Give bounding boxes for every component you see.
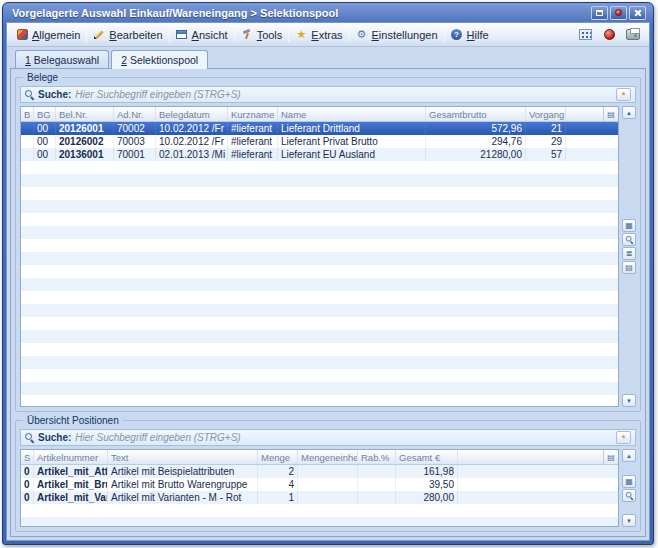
group-label: Belege — [23, 72, 62, 83]
menu-bearbeiten[interactable]: Bearbeiten — [88, 27, 167, 43]
cell-rabatt — [358, 465, 396, 478]
record-icon — [604, 29, 615, 40]
menu-ansicht[interactable]: Ansicht — [171, 27, 233, 43]
window-title: Vorgelagerte Auswahl Einkauf/Wareneingan… — [12, 7, 338, 19]
down-arrow-icon: ▼ — [626, 518, 632, 524]
grid-view-button[interactable]: ▦ — [622, 475, 636, 488]
tab-selektionspool[interactable]: 2 Selektionspool — [111, 50, 208, 69]
cell-name: Lieferant Privat Brutto — [278, 135, 426, 148]
belege-search-input[interactable] — [75, 89, 612, 100]
list-view-button[interactable]: ≣ — [622, 247, 636, 260]
cell-text: Artikel mit Brutto Warengruppe — [108, 478, 258, 491]
scrollbar-track[interactable] — [622, 275, 636, 393]
column-header-kurzname[interactable]: Kurzname — [228, 107, 278, 121]
asterisk-icon: * — [622, 433, 626, 443]
cell-gesamtbrutto: 21280,00 — [426, 148, 526, 161]
cell-adnr: 70003 — [114, 135, 156, 148]
search-label: Suche: — [38, 89, 71, 100]
scrollbar-track[interactable] — [622, 463, 636, 474]
column-header-s[interactable]: S — [21, 450, 34, 464]
cell-belnr: 20126001 — [56, 122, 114, 135]
tab-belegauswahl[interactable]: 1 Belegauswahl — [15, 50, 109, 68]
menu-extras[interactable]: ★ Extras — [290, 27, 347, 43]
cell-text: Artikel mit Varianten - M - Rot — [108, 491, 258, 504]
column-header-belnr[interactable]: Bel.Nr. — [56, 107, 114, 121]
menu-einstellungen[interactable]: ⚙ Einstellungen — [351, 27, 443, 43]
menu-separator — [86, 28, 87, 42]
search-options-button[interactable]: * — [616, 431, 631, 444]
group-label: Übersicht Positionen — [23, 415, 123, 426]
asterisk-icon: * — [622, 90, 626, 100]
search-icon — [25, 90, 34, 99]
column-header-filler — [458, 450, 603, 464]
close-button[interactable] — [629, 6, 646, 20]
app-window: Vorgelagerte Auswahl Einkauf/Wareneingan… — [2, 2, 654, 545]
column-header-bg[interactable]: BG — [34, 107, 56, 121]
quick-search-button[interactable] — [622, 233, 636, 246]
menu-tools[interactable]: Tools — [236, 27, 288, 43]
position-row[interactable]: 0 Artikel_mit_Varianten Artikel mit Vari… — [21, 491, 618, 504]
keypad-icon — [579, 29, 592, 40]
restore-button[interactable] — [591, 6, 608, 20]
keypad-button[interactable] — [575, 26, 595, 44]
column-header-artikelnummer[interactable]: Artikelnummer — [34, 450, 108, 464]
grid-icon: ▦ — [625, 221, 633, 230]
column-header-belegdatum[interactable]: Belegdatum — [156, 107, 228, 121]
column-header-gesamt[interactable]: Gesamt € — [396, 450, 458, 464]
column-header-filler — [566, 107, 603, 121]
scroll-up-button[interactable]: ▲ — [622, 449, 636, 462]
positionen-search-input[interactable] — [75, 432, 612, 443]
scroll-down-button[interactable]: ▼ — [622, 394, 636, 407]
titlebar[interactable]: Vorgelagerte Auswahl Einkauf/Wareneingan… — [6, 3, 650, 22]
belege-search-bar[interactable]: Suche: * — [20, 86, 636, 103]
column-chooser-button[interactable]: ▤ — [603, 107, 618, 121]
scrollbar-track[interactable] — [622, 120, 636, 218]
column-header-gesamtbrutto[interactable]: Gesamtbrutto — [426, 107, 526, 121]
column-header-mengeneinheit[interactable]: Mengeneinheit — [298, 450, 358, 464]
cell-bg: 00 — [34, 148, 56, 161]
positionen-search-bar[interactable]: Suche: * — [20, 429, 636, 446]
cell-bg: 00 — [34, 135, 56, 148]
scroll-down-button[interactable]: ▼ — [622, 514, 636, 527]
restore-icon — [596, 10, 603, 16]
column-header-text[interactable]: Text — [108, 450, 258, 464]
record-button[interactable] — [610, 6, 627, 20]
cell-gesamt: 161,98 — [396, 465, 458, 478]
column-header-b[interactable]: B — [21, 107, 34, 121]
search-options-button[interactable]: * — [616, 88, 631, 101]
grid-view-button[interactable]: ▦ — [622, 219, 636, 232]
beleg-row[interactable]: 00 20126001 70002 10.02.2012 /Fr #liefer… — [21, 122, 618, 135]
position-row[interactable]: 0 Artikel_mit_Attributen Artikel mit Bei… — [21, 465, 618, 478]
cell-belegdatum: 10.02.2012 /Fr — [156, 122, 228, 135]
record-toolbar-button[interactable] — [599, 26, 619, 44]
menu-separator — [349, 28, 350, 42]
cell-filler — [458, 478, 618, 491]
column-header-name[interactable]: Name — [278, 107, 426, 121]
quick-search-button[interactable] — [622, 489, 636, 502]
cell-filler — [458, 465, 618, 478]
column-header-vorgang[interactable]: Vorgang — [526, 107, 566, 121]
column-header-rabatt[interactable]: Rab.% — [358, 450, 396, 464]
belege-table-area: B BG Bel.Nr. Ad.Nr. Belegdatum Kurzname … — [20, 106, 636, 407]
columns-view-button[interactable]: ▤ — [622, 261, 636, 274]
scrollbar-track[interactable] — [622, 503, 636, 514]
menu-allgemein[interactable]: Allgemein — [11, 27, 85, 43]
columns-icon: ▤ — [607, 110, 615, 119]
cell-menge: 2 — [258, 465, 298, 478]
menu-hilfe[interactable]: ? Hilfe — [446, 27, 494, 43]
search-label: Suche: — [38, 432, 71, 443]
cell-artikelnummer: Artikel_mit_Brutto_W — [34, 478, 108, 491]
beleg-row[interactable]: 00 20136001 70001 02.01.2013 /Mi #liefer… — [21, 148, 618, 161]
scroll-up-button[interactable]: ▲ — [622, 106, 636, 119]
print-button[interactable] — [623, 26, 643, 44]
column-chooser-button[interactable]: ▤ — [603, 450, 618, 464]
column-header-adnr[interactable]: Ad.Nr. — [114, 107, 156, 121]
cell-vorgang: 21 — [526, 122, 566, 135]
menu-separator — [169, 28, 170, 42]
column-header-menge[interactable]: Menge — [258, 450, 298, 464]
beleg-row[interactable]: 00 20126002 70003 10.02.2012 /Fr #liefer… — [21, 135, 618, 148]
position-row[interactable]: 0 Artikel_mit_Brutto_W Artikel mit Brutt… — [21, 478, 618, 491]
group-belege: Belege Suche: * B BG Bel.Nr. — [15, 77, 641, 412]
cell-belegdatum: 02.01.2013 /Mi — [156, 148, 228, 161]
cell-text: Artikel mit Beispielattributen — [108, 465, 258, 478]
